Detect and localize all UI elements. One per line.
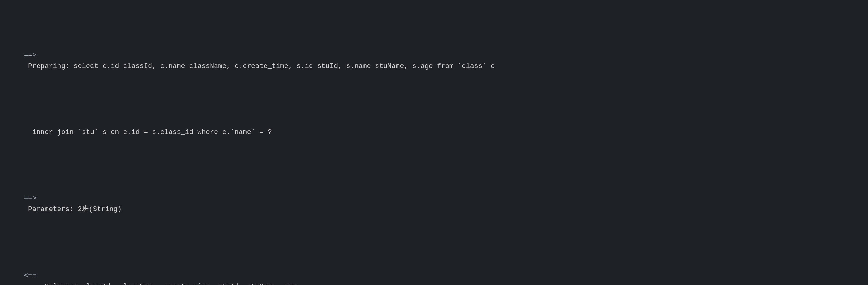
line-parameters: ==> Parameters: 2班(String) — [7, 182, 861, 226]
line-continuation: inner join `stu` s on c.id = s.class_id … — [7, 116, 861, 149]
line-columns: <== Columns: classId, className, create_… — [7, 259, 861, 285]
preparing-text: Preparing: select c.id classId, c.name c… — [24, 62, 495, 70]
parameters-text: Parameters: 2班(String) — [24, 205, 122, 213]
continuation-text: inner join `stu` s on c.id = s.class_id … — [24, 129, 272, 136]
line-preparing: ==> Preparing: select c.id classId, c.na… — [7, 39, 861, 83]
columns-text: Columns: classId, className, create_time… — [24, 283, 297, 285]
console-output: ==> Preparing: select c.id classId, c.na… — [7, 6, 861, 285]
